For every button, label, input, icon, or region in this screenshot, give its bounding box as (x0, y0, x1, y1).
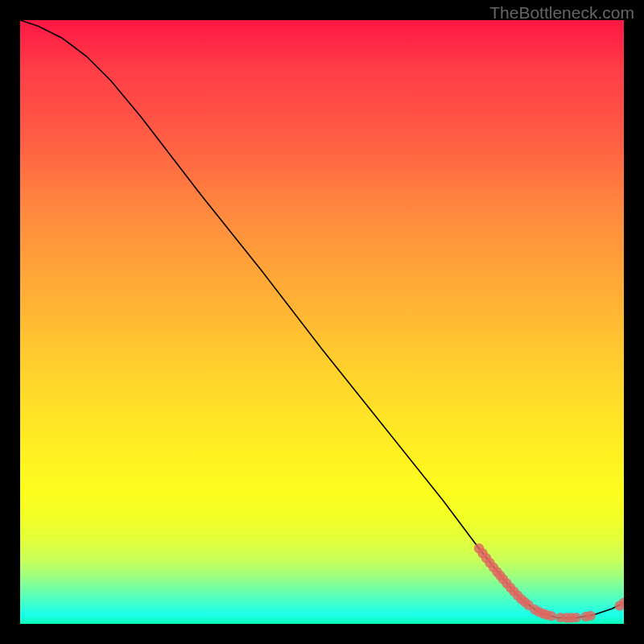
data-marker (586, 611, 596, 621)
data-marker (572, 613, 581, 622)
chart-svg (20, 20, 624, 624)
curve-line (20, 20, 624, 618)
markers-group (474, 543, 624, 623)
chart-plot-area (20, 20, 624, 624)
watermark-text: TheBottleneck.com (489, 3, 634, 23)
data-marker (547, 611, 556, 621)
